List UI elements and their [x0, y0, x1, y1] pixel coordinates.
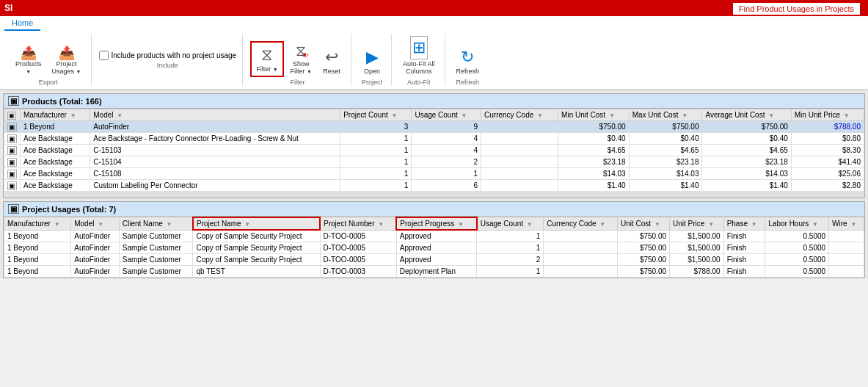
usages-col-labor-hours[interactable]: Labor Hours ▼: [765, 217, 829, 230]
row-currency: [481, 168, 558, 180]
usages-col-client[interactable]: Client Name ▼: [119, 217, 193, 230]
reset-button[interactable]: ↩ Reset: [318, 46, 345, 77]
show-filter-button[interactable]: ⧖👁 ShowFilter ▼: [287, 40, 316, 77]
row-project-number: D-TOO-0005: [320, 230, 396, 242]
usages-col-usage-count[interactable]: Usage Count ▼: [477, 217, 544, 230]
usages-col-currency[interactable]: Currency Code ▼: [544, 217, 618, 230]
table-row[interactable]: ▣ Ace Backstage C-15104 1 2 $23.18 $23.1…: [4, 156, 864, 168]
usages-col-unit-price[interactable]: Unit Price ▼: [670, 217, 724, 230]
products-col-project-count[interactable]: Project Count ▼: [340, 109, 412, 121]
row-max-unit-cost: $4.65: [629, 145, 702, 156]
products-col-currency[interactable]: Currency Code ▼: [481, 109, 558, 121]
table-row[interactable]: 1 Beyond AutoFinder Sample Customer Copy…: [4, 230, 864, 242]
row-currency: [481, 145, 558, 156]
autofit-button[interactable]: ⊞ Auto-Fit AllColumns: [399, 34, 439, 77]
row-manufacturer: Ace Backstage: [21, 180, 90, 192]
row-project-count: 1: [340, 168, 412, 180]
row-labor-hours: 0.5000: [765, 230, 829, 242]
include-no-project-checkbox[interactable]: [99, 51, 109, 60]
row-currency: [544, 266, 618, 278]
table-row[interactable]: ▣ Ace Backstage Custom Labeling Per Conn…: [4, 180, 864, 192]
row-labor-hours: 0.5000: [765, 254, 829, 266]
app-logo: SI: [4, 3, 12, 13]
row-model: Custom Labeling Per Connector: [90, 180, 340, 192]
table-row[interactable]: 1 Beyond AutoFinder Sample Customer qb T…: [4, 266, 864, 278]
usages-table-body: 1 Beyond AutoFinder Sample Customer Copy…: [4, 230, 864, 278]
row-avg-unit-cost: $23.18: [702, 156, 791, 168]
usages-section: ▣ Project Usages (Total: 7) Manufacturer…: [3, 201, 865, 278]
usages-col-unit-cost[interactable]: Unit Cost ▼: [617, 217, 669, 230]
row-model: C-15108: [90, 168, 340, 180]
products-col-min-unit-price[interactable]: Min Unit Price ▼: [791, 109, 864, 121]
usages-col-phase[interactable]: Phase ▼: [723, 217, 765, 230]
products-table-container[interactable]: ▣ Manufacturer ▼ Model ▼ Project Count ▼…: [4, 109, 864, 192]
refresh-group: ↻ Refresh Refresh: [447, 34, 489, 86]
show-filter-icon: ⧖👁: [296, 43, 306, 59]
usages-col-wire[interactable]: Wire ▼: [829, 217, 864, 230]
autofit-buttons: ⊞ Auto-Fit AllColumns: [399, 34, 439, 77]
row-check[interactable]: ▣: [4, 145, 21, 156]
row-max-unit-cost: $0.40: [629, 133, 702, 145]
filter-group-label: Filter: [291, 79, 305, 86]
row-project-name: Copy of Sample Security Project: [193, 230, 320, 242]
filter-button[interactable]: ⧖ Filter ▼: [250, 41, 283, 77]
row-unit-price: $788.00: [670, 266, 724, 278]
row-check[interactable]: ▣: [4, 180, 21, 192]
row-check[interactable]: ▣: [4, 133, 21, 145]
row-project-number: D-TOO-0005: [320, 254, 396, 266]
table-row[interactable]: ▣ Ace Backstage C-15103 1 4 $4.65 $4.65 …: [4, 145, 864, 156]
project-usages-label: ProjectUsages ▼: [52, 60, 81, 75]
products-col-usage-count[interactable]: Usage Count ▼: [412, 109, 481, 121]
export-group-label: Export: [39, 79, 58, 86]
products-label: Products▼: [15, 60, 42, 75]
row-check[interactable]: ▣: [4, 168, 21, 180]
export-buttons: 📤 Products▼ 📤 ProjectUsages ▼: [12, 34, 85, 77]
refresh-buttons: ↻ Refresh: [453, 34, 484, 77]
usages-col-project-number[interactable]: Project Number ▼: [320, 217, 396, 230]
products-col-max-unit-cost[interactable]: Max Unit Cost ▼: [629, 109, 702, 121]
include-check-row: Include products with no project usage: [99, 51, 237, 60]
usages-col-manufacturer[interactable]: Manufacturer ▼: [4, 217, 71, 230]
reset-icon: ↩: [325, 48, 338, 67]
find-product-usages-button[interactable]: Find Product Usages in Projects: [732, 2, 861, 15]
open-button[interactable]: ▶ Open: [359, 46, 385, 77]
row-client: Sample Customer: [119, 254, 193, 266]
usages-table-container[interactable]: Manufacturer ▼ Model ▼ Client Name ▼ Pro…: [4, 217, 864, 278]
products-button[interactable]: 📤 Products▼: [12, 44, 45, 77]
row-check[interactable]: ▣: [4, 121, 21, 133]
tab-home[interactable]: Home: [4, 16, 40, 31]
row-phase: Finish: [723, 266, 765, 278]
row-unit-cost: $750.00: [617, 242, 669, 254]
autofit-icon: ⊞: [410, 36, 428, 59]
table-row[interactable]: 1 Beyond AutoFinder Sample Customer Copy…: [4, 254, 864, 266]
row-wire: [829, 266, 864, 278]
row-check[interactable]: ▣: [4, 156, 21, 168]
row-avg-unit-cost: $750.00: [702, 121, 791, 133]
usages-col-progress[interactable]: Project Progress ▼: [396, 217, 476, 230]
row-min-unit-cost: $1.40: [558, 180, 630, 192]
usages-col-model[interactable]: Model ▼: [71, 217, 120, 230]
table-row[interactable]: ▣ Ace Backstage Ace Backstage - Factory …: [4, 133, 864, 145]
row-client: Sample Customer: [119, 242, 193, 254]
refresh-button[interactable]: ↻ Refresh: [453, 46, 484, 77]
products-col-model[interactable]: Model ▼: [90, 109, 340, 121]
row-wire: [829, 242, 864, 254]
products-col-avg-unit-cost[interactable]: Average Unit Cost ▼: [702, 109, 791, 121]
filter-icon: ⧖: [261, 46, 272, 65]
usages-col-project-name[interactable]: Project Name ▼: [193, 217, 320, 230]
table-row[interactable]: ▣ 1 Beyond AutoFinder 3 9 $750.00 $750.0…: [4, 121, 864, 133]
row-min-unit-cost: $0.40: [558, 133, 630, 145]
products-col-check: ▣: [4, 109, 21, 121]
row-unit-cost: $750.00: [617, 230, 669, 242]
filter-buttons: ⧖ Filter ▼ ⧖👁 ShowFilter ▼ ↩ Reset: [250, 34, 345, 77]
table-row[interactable]: 1 Beyond AutoFinder Sample Customer Copy…: [4, 242, 864, 254]
include-group: Include products with no project usage I…: [93, 34, 244, 86]
row-max-unit-cost: $23.18: [629, 156, 702, 168]
products-col-manufacturer[interactable]: Manufacturer ▼: [21, 109, 90, 121]
table-row[interactable]: ▣ Ace Backstage C-15108 1 1 $14.03 $14.0…: [4, 168, 864, 180]
row-project-number: D-TOO-0003: [320, 266, 396, 278]
project-usages-button[interactable]: 📤 ProjectUsages ▼: [48, 44, 85, 77]
row-currency: [481, 121, 558, 133]
products-scrollbar[interactable]: [4, 192, 864, 198]
products-col-min-unit-cost[interactable]: Min Unit Cost ▼: [558, 109, 630, 121]
